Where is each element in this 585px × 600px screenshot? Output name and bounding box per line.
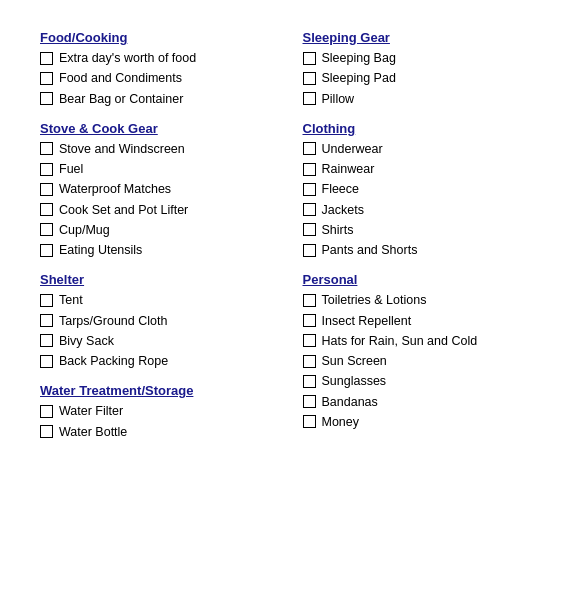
checkbox[interactable]	[40, 244, 53, 257]
checklist-item: Money	[303, 414, 546, 430]
checkbox[interactable]	[303, 163, 316, 176]
checkbox[interactable]	[303, 415, 316, 428]
checklist-item: Fleece	[303, 181, 546, 197]
item-label: Eating Utensils	[59, 242, 142, 258]
checkbox[interactable]	[303, 52, 316, 65]
item-label: Fuel	[59, 161, 83, 177]
item-label: Pillow	[322, 91, 355, 107]
item-label: Pants and Shorts	[322, 242, 418, 258]
checklist-item: Food and Condiments	[40, 70, 283, 86]
item-label: Rainwear	[322, 161, 375, 177]
checklist-item: Back Packing Rope	[40, 353, 283, 369]
section-title-food-cooking: Food/Cooking	[40, 30, 283, 45]
checkbox[interactable]	[303, 142, 316, 155]
checklist-item: Water Bottle	[40, 424, 283, 440]
checkbox[interactable]	[40, 52, 53, 65]
item-label: Sunglasses	[322, 373, 387, 389]
checkbox[interactable]	[303, 223, 316, 236]
checkbox[interactable]	[40, 334, 53, 347]
checklist-item: Sunglasses	[303, 373, 546, 389]
item-label: Jackets	[322, 202, 364, 218]
item-label: Tarps/Ground Cloth	[59, 313, 167, 329]
item-label: Underwear	[322, 141, 383, 157]
item-label: Insect Repellent	[322, 313, 412, 329]
checklist-item: Fuel	[40, 161, 283, 177]
checklist-item: Cook Set and Pot Lifter	[40, 202, 283, 218]
checklist-item: Jackets	[303, 202, 546, 218]
checkbox[interactable]	[40, 314, 53, 327]
item-label: Sleeping Bag	[322, 50, 396, 66]
item-label: Stove and Windscreen	[59, 141, 185, 157]
checkbox[interactable]	[303, 355, 316, 368]
checklist-item: Bear Bag or Container	[40, 91, 283, 107]
checklist-item: Waterproof Matches	[40, 181, 283, 197]
section-title-stove-cook-gear: Stove & Cook Gear	[40, 121, 283, 136]
item-label: Water Bottle	[59, 424, 127, 440]
item-label: Toiletries & Lotions	[322, 292, 427, 308]
checkbox[interactable]	[303, 183, 316, 196]
checkbox[interactable]	[303, 294, 316, 307]
checklist-item: Stove and Windscreen	[40, 141, 283, 157]
checklist-item: Extra day's worth of food	[40, 50, 283, 66]
item-label: Fleece	[322, 181, 360, 197]
item-label: Bear Bag or Container	[59, 91, 183, 107]
checklist-item: Shirts	[303, 222, 546, 238]
checkbox[interactable]	[40, 142, 53, 155]
item-label: Bivy Sack	[59, 333, 114, 349]
checklist-item: Tarps/Ground Cloth	[40, 313, 283, 329]
item-label: Cook Set and Pot Lifter	[59, 202, 188, 218]
checklist-item: Eating Utensils	[40, 242, 283, 258]
item-label: Money	[322, 414, 360, 430]
checkbox[interactable]	[303, 72, 316, 85]
item-label: Extra day's worth of food	[59, 50, 196, 66]
checklist-item: Insect Repellent	[303, 313, 546, 329]
checkbox[interactable]	[303, 395, 316, 408]
checklist-item: Hats for Rain, Sun and Cold	[303, 333, 546, 349]
item-label: Sleeping Pad	[322, 70, 396, 86]
checklist-item: Bivy Sack	[40, 333, 283, 349]
checklist-item: Bandanas	[303, 394, 546, 410]
column-2: Sleeping GearSleeping BagSleeping PadPil…	[293, 30, 546, 444]
checkbox[interactable]	[40, 405, 53, 418]
item-label: Tent	[59, 292, 83, 308]
item-label: Back Packing Rope	[59, 353, 168, 369]
checklist-item: Tent	[40, 292, 283, 308]
checklist-item: Cup/Mug	[40, 222, 283, 238]
checkbox[interactable]	[303, 314, 316, 327]
checkbox[interactable]	[40, 355, 53, 368]
checkbox[interactable]	[40, 425, 53, 438]
checklist-item: Pants and Shorts	[303, 242, 546, 258]
checkbox[interactable]	[40, 294, 53, 307]
section-title-clothing: Clothing	[303, 121, 546, 136]
checkbox[interactable]	[303, 244, 316, 257]
checkbox[interactable]	[40, 203, 53, 216]
item-label: Hats for Rain, Sun and Cold	[322, 333, 478, 349]
column-1: Food/CookingExtra day's worth of foodFoo…	[40, 30, 293, 444]
item-label: Sun Screen	[322, 353, 387, 369]
main-layout: Food/CookingExtra day's worth of foodFoo…	[40, 30, 545, 444]
checklist-item: Toiletries & Lotions	[303, 292, 546, 308]
checkbox[interactable]	[40, 92, 53, 105]
item-label: Shirts	[322, 222, 354, 238]
item-label: Cup/Mug	[59, 222, 110, 238]
section-title-personal: Personal	[303, 272, 546, 287]
checklist-item: Sleeping Bag	[303, 50, 546, 66]
checklist-item: Rainwear	[303, 161, 546, 177]
item-label: Water Filter	[59, 403, 123, 419]
checklist-item: Underwear	[303, 141, 546, 157]
item-label: Food and Condiments	[59, 70, 182, 86]
checklist-item: Sleeping Pad	[303, 70, 546, 86]
checkbox[interactable]	[40, 223, 53, 236]
checkbox[interactable]	[303, 375, 316, 388]
checklist-item: Water Filter	[40, 403, 283, 419]
checkbox[interactable]	[303, 203, 316, 216]
section-title-sleeping-gear: Sleeping Gear	[303, 30, 546, 45]
checkbox[interactable]	[40, 183, 53, 196]
section-title-water-treatment-storage: Water Treatment/Storage	[40, 383, 283, 398]
section-title-shelter: Shelter	[40, 272, 283, 287]
checkbox[interactable]	[303, 334, 316, 347]
checkbox[interactable]	[40, 72, 53, 85]
item-label: Bandanas	[322, 394, 378, 410]
checkbox[interactable]	[40, 163, 53, 176]
checkbox[interactable]	[303, 92, 316, 105]
